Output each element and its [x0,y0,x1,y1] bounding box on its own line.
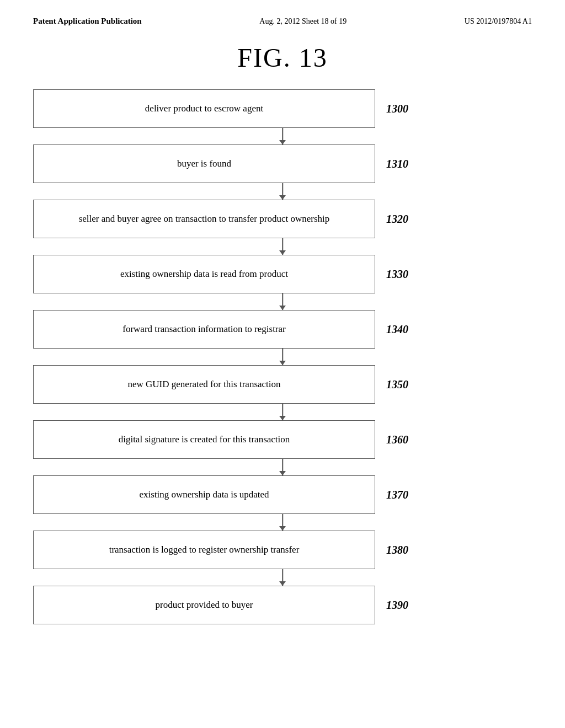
step-box-1330: existing ownership data is read from pro… [33,255,375,293]
flow-item-1380: transaction is logged to register owners… [33,531,532,569]
connector-6 [111,404,454,420]
connector-9 [111,569,454,586]
flow-item-1340: forward transaction information to regis… [33,310,532,349]
step-label-1360: 1360 [386,433,419,446]
header-patent-number: US 2012/0197804 A1 [465,17,532,26]
step-box-1320: seller and buyer agree on transaction to… [33,200,375,238]
step-box-1390: product provided to buyer [33,586,375,624]
step-label-1300: 1300 [386,103,419,115]
flow-item-1390: product provided to buyer1390 [33,586,532,624]
step-label-1390: 1390 [386,599,419,612]
step-box-1350: new GUID generated for this transaction [33,365,375,404]
connector-1 [111,128,454,144]
step-box-1300: deliver product to escrow agent [33,89,375,128]
connector-5 [111,349,454,365]
step-label-1340: 1340 [386,323,419,336]
step-label-1380: 1380 [386,544,419,556]
figure-title: FIG. 13 [0,42,565,73]
flow-item-1300: deliver product to escrow agent1300 [33,89,532,128]
connector-4 [111,293,454,310]
flow-item-1350: new GUID generated for this transaction1… [33,365,532,404]
step-box-1360: digital signature is created for this tr… [33,420,375,459]
step-label-1370: 1370 [386,489,419,501]
connector-2 [111,183,454,200]
flow-item-1360: digital signature is created for this tr… [33,420,532,459]
flow-item-1370: existing ownership data is updated1370 [33,475,532,514]
step-box-1310: buyer is found [33,144,375,183]
diagram-container: deliver product to escrow agent1300buyer… [0,89,565,624]
flow-item-1320: seller and buyer agree on transaction to… [33,200,532,238]
step-label-1350: 1350 [386,378,419,391]
flow-item-1330: existing ownership data is read from pro… [33,255,532,293]
flow-item-1310: buyer is found1310 [33,144,532,183]
connector-3 [111,238,454,255]
header-publication-label: Patent Application Publication [33,17,142,26]
page: Patent Application Publication Aug. 2, 2… [0,0,565,728]
step-label-1320: 1320 [386,213,419,226]
connector-7 [111,459,454,475]
step-label-1330: 1330 [386,268,419,281]
header: Patent Application Publication Aug. 2, 2… [0,0,565,31]
connector-8 [111,514,454,531]
step-box-1380: transaction is logged to register owners… [33,531,375,569]
step-label-1310: 1310 [386,158,419,170]
header-date-sheet: Aug. 2, 2012 Sheet 18 of 19 [259,17,347,26]
step-box-1370: existing ownership data is updated [33,475,375,514]
step-box-1340: forward transaction information to regis… [33,310,375,349]
